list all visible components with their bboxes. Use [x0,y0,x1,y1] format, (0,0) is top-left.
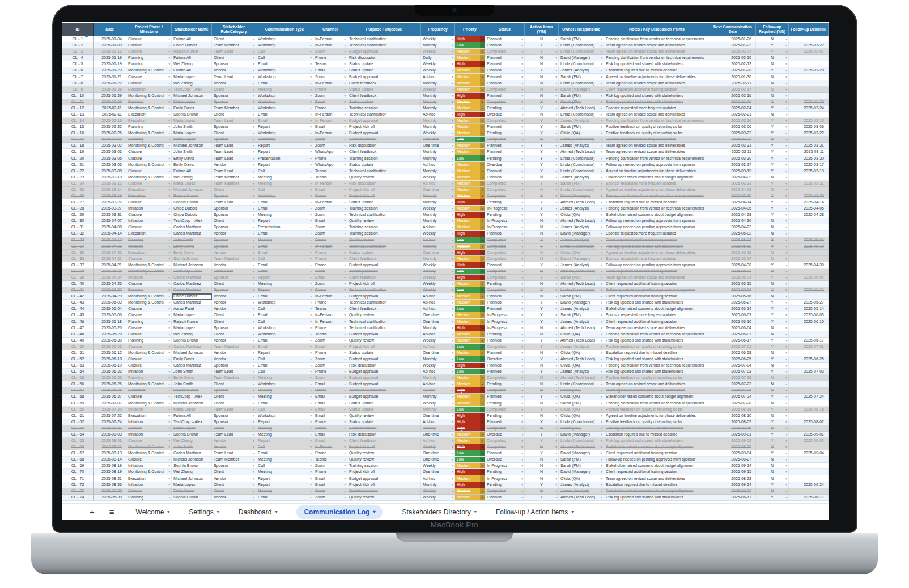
cell-owner[interactable]: David (Manager)▾ [559,469,604,475]
cell-priority[interactable]: Medium▾ [455,174,485,181]
dropdown-arrow-icon[interactable]: ▾ [480,162,485,168]
cell-channel[interactable]: Email▾ [313,67,347,74]
dropdown-arrow-icon[interactable]: ▾ [601,293,602,299]
cell-priority[interactable]: High▾ [455,212,485,218]
cell-next-communication-date[interactable]: 2025-07-24 [710,394,756,400]
dropdown-arrow-icon[interactable]: ▾ [480,413,485,419]
cell-follow-up-required[interactable]: Y▾ [756,99,789,105]
cell-id[interactable]: CL - 63 [62,425,94,432]
dropdown-arrow-icon[interactable]: ▾ [785,218,787,224]
dropdown-arrow-icon[interactable]: ▾ [253,325,254,331]
dropdown-arrow-icon[interactable]: ▾ [785,118,787,123]
dropdown-arrow-icon[interactable]: ▾ [344,174,346,180]
dropdown-arrow-icon[interactable]: ▾ [521,224,523,230]
dropdown-arrow-icon[interactable]: ▾ [601,206,602,211]
cell-id[interactable]: CL - 45 [62,312,94,318]
cell-channel[interactable]: Zoom▾ [313,495,347,501]
cell-priority[interactable]: Medium▾ [455,394,485,400]
dropdown-arrow-icon[interactable]: ▾ [601,457,602,462]
cell-date[interactable]: 2025-01-28 [94,87,126,93]
cell-project-phase[interactable]: Closure▾ [126,80,172,87]
dropdown-arrow-icon[interactable]: ▾ [253,206,254,211]
dropdown-arrow-icon[interactable]: ▾ [521,168,523,174]
cell-owner[interactable]: David (Manager)▾ [559,231,604,237]
dropdown-arrow-icon[interactable]: ▾ [168,143,170,148]
priority-chip[interactable]: Medium▾ [455,224,485,230]
cell-purpose[interactable]: Budget approval [347,475,421,482]
cell-notes[interactable]: Risk log updated and shared with stakeho… [604,93,710,99]
cell-id[interactable]: CL - 13 [62,112,94,118]
cell-purpose[interactable]: Training session [347,155,421,161]
cell-priority[interactable]: High▾ [455,469,485,475]
cell-stakeholder-name[interactable]: Maria Lopez [172,99,212,105]
cell-owner[interactable]: Linda (Coordinator)▾ [559,61,604,67]
dropdown-arrow-icon[interactable]: ▾ [253,61,254,67]
cell-follow-up-required[interactable]: N▾ [756,488,789,495]
cell-id[interactable]: CL - 18 [62,143,94,149]
column-header-priority[interactable]: Priority [455,23,485,36]
dropdown-arrow-icon[interactable]: ▾ [785,206,787,211]
cell-project-phase[interactable]: Execution▾ [126,250,172,256]
dropdown-arrow-icon[interactable]: ▾ [601,61,602,67]
dropdown-arrow-icon[interactable]: ▾ [168,93,170,99]
dropdown-arrow-icon[interactable]: ▾ [452,457,453,462]
dropdown-arrow-icon[interactable]: ▾ [168,419,170,425]
dropdown-arrow-icon[interactable]: ▾ [480,250,485,255]
cell-channel[interactable]: Phone▾ [313,105,347,112]
dropdown-arrow-icon[interactable]: ▾ [785,476,787,482]
dropdown-arrow-icon[interactable]: ▾ [480,130,485,136]
dropdown-arrow-icon[interactable]: ▾ [344,469,346,475]
cell-channel[interactable]: In-Person▾ [313,244,347,250]
cell-status[interactable]: Pending▾ [485,400,525,407]
cell-date[interactable]: 2025-04-21 [94,256,126,262]
dropdown-arrow-icon[interactable]: ▾ [785,375,787,381]
dropdown-arrow-icon[interactable]: ▾ [521,262,523,268]
cell-follow-up-required[interactable]: Y▾ [756,181,789,187]
cell-follow-up-deadline[interactable]: 2025-03-22 [789,130,829,137]
dropdown-arrow-icon[interactable]: ▾ [310,495,312,500]
cell-frequency[interactable]: Weekly▾ [421,363,455,369]
cell-next-communication-date[interactable]: 2025-03-30 [710,155,756,161]
dropdown-arrow-icon[interactable]: ▾ [555,42,557,48]
cell-priority[interactable]: High▾ [455,325,485,331]
cell-project-phase[interactable]: Closure▾ [126,256,172,262]
cell-next-communication-date[interactable]: 2025-04-30 [710,218,756,224]
cell-communication-type[interactable]: Workshop▾ [256,42,313,49]
cell-priority[interactable]: Low▾ [455,407,485,413]
cell-stakeholder-name[interactable]: Carlos Martinez [172,275,212,281]
cell-frequency[interactable]: Monthly▾ [421,212,455,218]
cell-status[interactable]: Completed▾ [485,99,525,105]
cell-notes[interactable]: Team agreed on revised scope and deliver… [604,387,710,394]
cell-date[interactable]: 2025-02-03 [94,99,126,105]
column-header-project-phase[interactable]: Project Phase / Milestone [126,23,172,36]
dropdown-arrow-icon[interactable]: ▾ [253,369,254,374]
cell-follow-up-deadline[interactable]: 2025-03-06 [789,124,829,130]
cell-notes[interactable]: Follow-up needed on pending approvals fr… [604,162,710,168]
cell-project-phase[interactable]: Closure▾ [126,344,172,350]
cell-stakeholder-role[interactable]: Sponsor▾ [212,99,256,105]
cell-stakeholder-role[interactable]: Vendor▾ [212,231,256,237]
cell-action-items[interactable]: Y▾ [525,300,559,306]
cell-channel[interactable]: Email▾ [313,438,347,444]
cell-action-items[interactable]: Y▾ [525,67,559,74]
dropdown-arrow-icon[interactable]: ▾ [785,394,787,399]
cell-follow-up-required[interactable]: Y▾ [756,67,789,74]
cell-owner[interactable]: James (Analyst)▾ [559,344,604,350]
dropdown-arrow-icon[interactable]: ▾ [785,432,787,437]
cell-stakeholder-name[interactable]: Fatima Ali [172,168,212,174]
dropdown-arrow-icon[interactable]: ▾ [310,168,312,174]
cell-date[interactable]: 2025-08-19 [94,469,126,475]
cell-action-items[interactable]: N▾ [525,187,559,193]
dropdown-arrow-icon[interactable]: ▾ [601,87,602,92]
dropdown-arrow-icon[interactable]: ▾ [310,149,312,155]
cell-communication-type[interactable]: Workshop▾ [256,99,313,105]
cell-priority[interactable]: Medium▾ [455,87,485,93]
dropdown-arrow-icon[interactable]: ▾ [452,444,453,450]
cell-id[interactable]: CL - 35 [62,250,94,256]
dropdown-arrow-icon[interactable]: ▾ [310,174,312,180]
cell-communication-type[interactable]: Meeting▾ [256,375,313,381]
dropdown-arrow-icon[interactable]: ▾ [253,425,254,431]
cell-follow-up-required[interactable]: Y▾ [756,168,789,174]
dropdown-arrow-icon[interactable]: ▾ [310,438,312,444]
dropdown-arrow-icon[interactable]: ▾ [521,269,523,274]
